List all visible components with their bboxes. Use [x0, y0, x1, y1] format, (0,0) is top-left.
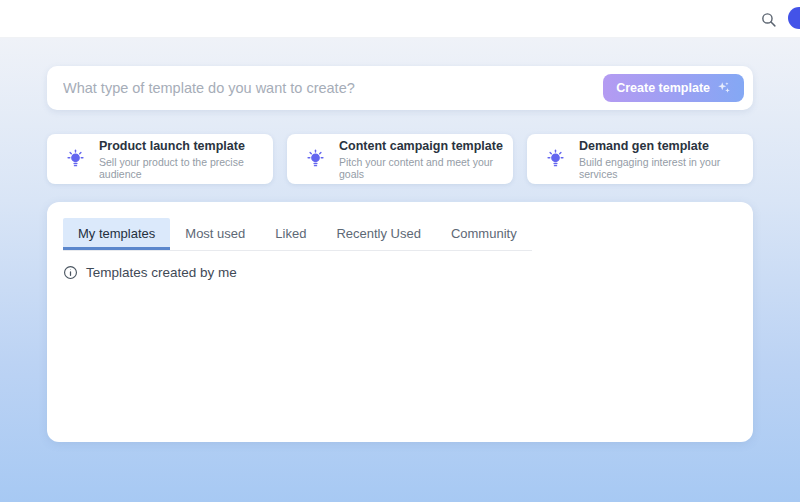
- empty-state-row: Templates created by me: [63, 265, 737, 280]
- card-subtitle: Pitch your content and meet your goals: [339, 156, 513, 180]
- card-product-launch[interactable]: Product launch template Sell your produc…: [47, 134, 273, 184]
- lightbulb-icon: [545, 149, 566, 170]
- user-avatar[interactable]: [788, 7, 800, 29]
- sparkles-icon: [717, 81, 731, 95]
- top-bar: [0, 0, 800, 38]
- search-icon: [760, 11, 777, 28]
- create-template-label: Create template: [616, 81, 710, 95]
- empty-state-text: Templates created by me: [86, 265, 237, 280]
- card-demand-gen[interactable]: Demand gen template Build engaging inter…: [527, 134, 753, 184]
- card-title: Content campaign template: [339, 139, 513, 153]
- tab-my-templates[interactable]: My templates: [63, 218, 170, 250]
- search-button[interactable]: [758, 9, 778, 29]
- tab-most-used[interactable]: Most used: [170, 218, 260, 250]
- create-template-button[interactable]: Create template: [603, 74, 744, 102]
- templates-panel: My templates Most used Liked Recently Us…: [47, 202, 753, 442]
- lightbulb-icon: [65, 149, 86, 170]
- card-title: Product launch template: [99, 139, 273, 153]
- card-subtitle: Sell your product to the precise audienc…: [99, 156, 273, 180]
- lightbulb-icon: [305, 149, 326, 170]
- card-subtitle: Build engaging interest in your services: [579, 156, 753, 180]
- suggestion-cards: Product launch template Sell your produc…: [47, 134, 753, 184]
- tab-recently-used[interactable]: Recently Used: [321, 218, 436, 250]
- template-prompt-bar: Create template: [47, 66, 753, 110]
- templates-tab-bar: My templates Most used Liked Recently Us…: [63, 218, 532, 251]
- card-title: Demand gen template: [579, 139, 753, 153]
- tab-liked[interactable]: Liked: [260, 218, 321, 250]
- card-content-campaign[interactable]: Content campaign template Pitch your con…: [287, 134, 513, 184]
- template-prompt-input[interactable]: [63, 80, 603, 96]
- tab-community[interactable]: Community: [436, 218, 532, 250]
- info-icon: [63, 265, 78, 280]
